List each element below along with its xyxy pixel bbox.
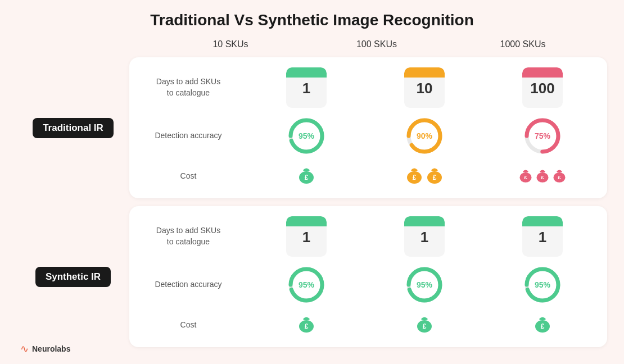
- svg-rect-31: [304, 318, 309, 320]
- synthetic-cell-1-1: 95%: [379, 265, 469, 305]
- svg-text:£: £: [558, 174, 561, 180]
- money-bags: £: [533, 313, 551, 337]
- calendar-number: 1: [539, 229, 546, 246]
- donut-label: 95%: [417, 280, 432, 289]
- traditional-row-cells-2: £ £ £: [247, 164, 602, 188]
- synthetic-cell-1-0: 95%: [261, 265, 351, 305]
- traditional-cell-2-1: £ £: [379, 164, 469, 188]
- svg-text:£: £: [305, 322, 309, 330]
- svg-text:£: £: [524, 174, 527, 180]
- traditional-label-box: Traditional IR: [17, 118, 129, 138]
- svg-rect-10: [412, 169, 417, 171]
- donut-label: 90%: [417, 131, 432, 140]
- traditional-row-1: Detection accuracy 95% 90%: [135, 116, 602, 156]
- logo-icon: ∿: [20, 343, 29, 355]
- money-bags: £: [415, 313, 433, 337]
- column-header: 1000 SKUs: [472, 39, 573, 49]
- section-traditional: Traditional IRDays to add SKUsto catalog…: [17, 57, 607, 198]
- money-bag-icon: £: [535, 166, 550, 186]
- synthetic-row-cells-0: 111: [247, 216, 602, 257]
- calendar-icon: 1: [286, 216, 327, 257]
- traditional-cell-2-2: £ £ £: [498, 166, 587, 186]
- traditional-card: Days to add SKUsto catalogue110100Detect…: [129, 57, 607, 198]
- traditional-cell-0-0: 1: [261, 67, 351, 108]
- donut-chart: 95%: [404, 265, 445, 305]
- synthetic-label-box: Synthetic IR: [17, 267, 129, 287]
- donut-chart: 90%: [404, 116, 445, 156]
- column-header: 100 SKUs: [326, 39, 427, 49]
- svg-text:£: £: [433, 174, 437, 181]
- synthetic-row-label-2: Cost: [135, 320, 247, 331]
- traditional-cell-0-1: 10: [379, 67, 469, 108]
- traditional-cell-0-2: 100: [498, 67, 587, 108]
- synthetic-cell-0-1: 1: [379, 216, 469, 257]
- donut-label: 95%: [535, 280, 550, 289]
- svg-text:£: £: [423, 322, 427, 330]
- synthetic-row-cells-1: 95% 95% 95%: [247, 265, 602, 305]
- synthetic-row-cells-2: £ £ £: [247, 313, 602, 337]
- synthetic-row-label-0: Days to add SKUsto catalogue: [135, 225, 247, 247]
- calendar-number: 1: [302, 229, 310, 246]
- synthetic-cell-0-0: 1: [261, 216, 351, 257]
- synthetic-row-0: Days to add SKUsto catalogue111: [135, 216, 602, 257]
- donut-label: 95%: [299, 280, 314, 289]
- column-headers: 10 SKUs100 SKUs1000 SKUs: [157, 39, 607, 49]
- money-bag-icon: £: [415, 313, 433, 337]
- traditional-row-label-2: Cost: [135, 171, 247, 182]
- svg-rect-16: [524, 170, 528, 172]
- donut-chart: 95%: [522, 265, 563, 305]
- calendar-icon: 1: [286, 67, 327, 108]
- money-bags: £ £ £: [518, 166, 567, 186]
- calendar-icon: 1: [404, 216, 445, 257]
- traditional-label: Traditional IR: [33, 118, 114, 138]
- donut-label: 95%: [299, 131, 314, 140]
- donut-chart: 95%: [286, 116, 327, 156]
- calendar-icon: 1: [522, 216, 563, 257]
- svg-text:£: £: [541, 174, 544, 180]
- column-header: 10 SKUs: [180, 39, 281, 49]
- traditional-row-cells-1: 95% 90% 75%: [247, 116, 602, 156]
- traditional-row-cells-0: 110100: [247, 67, 602, 108]
- synthetic-cell-1-2: 95%: [498, 265, 587, 305]
- calendar-number: 10: [417, 80, 433, 97]
- synthetic-row-2: Cost £ £: [135, 313, 602, 337]
- money-bag-icon: £: [426, 164, 444, 188]
- money-bag-icon: £: [552, 166, 567, 186]
- money-bag-icon: £: [405, 164, 423, 188]
- calendar-number: 1: [302, 80, 310, 97]
- calendar-icon: 10: [404, 67, 445, 108]
- traditional-row-label-1: Detection accuracy: [135, 130, 247, 142]
- money-bags: £: [297, 313, 315, 337]
- svg-rect-22: [558, 170, 562, 172]
- donut-chart: 75%: [522, 116, 563, 156]
- money-bags: £ £: [405, 164, 444, 188]
- traditional-cell-1-0: 95%: [261, 116, 351, 156]
- section-synthetic: Synthetic IRDays to add SKUsto catalogue…: [17, 206, 607, 347]
- traditional-cell-1-2: 75%: [498, 116, 587, 156]
- traditional-row-0: Days to add SKUsto catalogue110100: [135, 67, 602, 108]
- page-title: Traditional Vs Synthetic Image Recogniti…: [150, 11, 474, 29]
- logo-area: ∿ Neurolabs: [20, 343, 70, 355]
- synthetic-cell-2-0: £: [261, 313, 351, 337]
- svg-text:£: £: [541, 322, 545, 330]
- svg-rect-34: [422, 318, 427, 320]
- traditional-cell-1-1: 90%: [379, 116, 469, 156]
- calendar-number: 100: [530, 80, 554, 97]
- svg-rect-13: [432, 169, 437, 171]
- synthetic-cell-2-2: £: [498, 313, 587, 337]
- synthetic-card: Days to add SKUsto catalogue111Detection…: [129, 206, 607, 347]
- svg-text:£: £: [413, 174, 417, 181]
- svg-rect-19: [541, 170, 545, 172]
- comparison-wrapper: 10 SKUs100 SKUs1000 SKUs Traditional IRD…: [17, 39, 607, 347]
- traditional-cell-2-0: £: [261, 164, 351, 188]
- calendar-icon: 100: [522, 67, 563, 108]
- money-bag-icon: £: [518, 166, 533, 186]
- svg-rect-7: [304, 169, 309, 171]
- calendar-number: 1: [420, 229, 428, 246]
- synthetic-label: Synthetic IR: [35, 267, 111, 287]
- synthetic-cell-2-1: £: [379, 313, 469, 337]
- money-bag-icon: £: [297, 313, 315, 337]
- synthetic-row-label-1: Detection accuracy: [135, 279, 247, 290]
- money-bag-icon: £: [533, 313, 551, 337]
- money-bags: £: [297, 164, 315, 188]
